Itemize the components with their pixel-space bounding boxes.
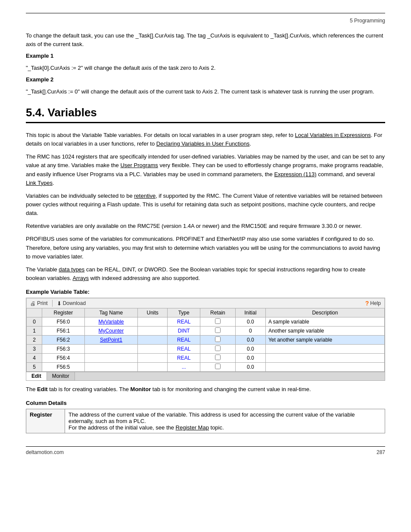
retain-checkbox[interactable] bbox=[215, 364, 221, 369]
col-type: Type bbox=[168, 308, 200, 317]
cell-description: Another sample variable bbox=[265, 327, 384, 336]
example1-bold: Example 1 bbox=[26, 53, 53, 59]
help-button[interactable]: ? Help bbox=[365, 300, 381, 307]
toolbar-separator bbox=[52, 300, 53, 307]
table-row[interactable]: 0F56:0MyVariableREAL0.0A sample variable bbox=[27, 317, 385, 327]
cell-retain[interactable] bbox=[200, 327, 236, 336]
example2-label: Example 2 bbox=[26, 75, 385, 84]
download-label: Download bbox=[63, 300, 86, 306]
cell-retain[interactable] bbox=[200, 317, 236, 327]
cell-description: A sample variable bbox=[265, 317, 384, 327]
cell-type: REAL bbox=[168, 317, 200, 327]
col-details-heading: Column Details bbox=[26, 400, 385, 406]
row-number: 0 bbox=[27, 317, 42, 327]
cell-units bbox=[138, 345, 168, 354]
cell-register: F56:1 bbox=[42, 327, 85, 336]
retain-checkbox[interactable] bbox=[215, 318, 221, 324]
cell-register: F56:5 bbox=[42, 363, 85, 372]
cell-tagname[interactable] bbox=[84, 363, 137, 372]
table-row[interactable]: 3F56:3REAL0.0 bbox=[27, 345, 385, 354]
row-number: 1 bbox=[27, 327, 42, 336]
link-register-map[interactable]: Register Map bbox=[176, 424, 209, 431]
body-para6: The Variable data types can be REAL, DIN… bbox=[26, 265, 385, 283]
col-empty bbox=[27, 308, 42, 317]
col-description: Description bbox=[265, 308, 384, 317]
print-label: Print bbox=[37, 300, 48, 306]
example2-bold: Example 2 bbox=[26, 76, 53, 83]
download-button[interactable]: ⬇ Download bbox=[57, 300, 86, 307]
table-row[interactable]: 2F56:2SetPoint1REAL0.0Yet another sample… bbox=[27, 336, 385, 345]
cell-retain[interactable] bbox=[200, 345, 236, 354]
tab-monitor[interactable]: Monitor bbox=[47, 372, 75, 380]
row-number: 3 bbox=[27, 345, 42, 354]
edit-bold: Edit bbox=[37, 386, 48, 392]
link-data-types[interactable]: data types bbox=[59, 266, 84, 273]
monitor-bold: Monitor bbox=[131, 386, 151, 392]
variable-table-container: 🖨 Print ⬇ Download ? Help Register bbox=[26, 298, 385, 381]
col-name-register: Register bbox=[26, 409, 65, 433]
example1-label: Example 1 bbox=[26, 52, 385, 60]
page: 5 Programming To change the default task… bbox=[0, 0, 411, 473]
print-button[interactable]: 🖨 Print bbox=[30, 300, 48, 307]
cell-description bbox=[265, 363, 384, 372]
cell-register: F56:3 bbox=[42, 345, 85, 354]
cell-retain[interactable] bbox=[200, 336, 236, 345]
help-label: Help bbox=[370, 300, 381, 306]
cell-units bbox=[138, 363, 168, 372]
intro-para1: To change the default task, you can use … bbox=[26, 31, 385, 48]
link-local-vars[interactable]: Local Variables in Expressions bbox=[295, 132, 371, 138]
cell-retain[interactable] bbox=[200, 354, 236, 363]
col-retain: Retain bbox=[200, 308, 236, 317]
cell-type: REAL bbox=[168, 336, 200, 345]
column-details-table: Register The address of the current valu… bbox=[26, 409, 385, 433]
cell-tagname[interactable] bbox=[84, 354, 137, 363]
example2-text: "_Task[].CurAxis := 0" will change the d… bbox=[26, 87, 385, 96]
table-row[interactable]: 1F56:1MyCounterDINT0Another sample varia… bbox=[27, 327, 385, 336]
col-initial: Initial bbox=[235, 308, 265, 317]
print-icon: 🖨 bbox=[30, 300, 36, 307]
cell-description bbox=[265, 354, 384, 363]
cell-units bbox=[138, 327, 168, 336]
toolbar-left: 🖨 Print ⬇ Download bbox=[30, 300, 86, 307]
link-link-types[interactable]: Link Types bbox=[26, 180, 53, 186]
cell-type: REAL bbox=[168, 345, 200, 354]
section-title: Variables bbox=[48, 106, 97, 119]
cell-units bbox=[138, 317, 168, 327]
cell-register: F56:2 bbox=[42, 336, 85, 345]
cell-initial: 0.0 bbox=[235, 363, 265, 372]
col-register: Register bbox=[42, 308, 85, 317]
cell-initial: 0 bbox=[235, 327, 265, 336]
cell-initial: 0.0 bbox=[235, 317, 265, 327]
body-para4: Retentive variables are only available o… bbox=[26, 222, 385, 230]
link-expression[interactable]: Expression (113) bbox=[274, 171, 316, 177]
cell-tagname[interactable] bbox=[84, 345, 137, 354]
table-row[interactable]: 4F56:4REAL0.0 bbox=[27, 354, 385, 363]
chapter-header: 5 Programming bbox=[26, 18, 385, 24]
link-user-programs[interactable]: User Programs bbox=[120, 162, 158, 168]
section-heading: 5.4. Variables bbox=[26, 106, 385, 123]
cell-register: F56:4 bbox=[42, 354, 85, 363]
cell-tagname[interactable]: MyCounter bbox=[84, 327, 137, 336]
section-number: 5.4. bbox=[26, 106, 44, 119]
cell-tagname[interactable]: MyVariable bbox=[84, 317, 137, 327]
retain-checkbox[interactable] bbox=[215, 355, 221, 360]
retain-checkbox[interactable] bbox=[215, 345, 221, 351]
row-number: 5 bbox=[27, 363, 42, 372]
retain-checkbox[interactable] bbox=[215, 336, 221, 342]
cell-register: F56:0 bbox=[42, 317, 85, 327]
table-row[interactable]: 5F56:5...0.0 bbox=[27, 363, 385, 372]
cell-description bbox=[265, 345, 384, 354]
link-arrays[interactable]: Arrays bbox=[72, 275, 89, 281]
footer: deltamotion.com 287 bbox=[26, 446, 385, 455]
cell-tagname[interactable]: SetPoint1 bbox=[84, 336, 137, 345]
link-declaring-vars[interactable]: Declaring Variables in User Functions bbox=[156, 140, 250, 147]
retain-checkbox[interactable] bbox=[215, 327, 221, 333]
cell-retain[interactable] bbox=[200, 363, 236, 372]
variable-table: Register Tag Name Units Type Retain Init… bbox=[26, 308, 385, 372]
tab-edit[interactable]: Edit bbox=[26, 372, 47, 380]
col-units: Units bbox=[138, 308, 168, 317]
cell-units bbox=[138, 354, 168, 363]
cell-initial: 0.0 bbox=[235, 336, 265, 345]
link-retentive[interactable]: retentive bbox=[134, 193, 156, 199]
footer-page: 287 bbox=[377, 449, 385, 455]
